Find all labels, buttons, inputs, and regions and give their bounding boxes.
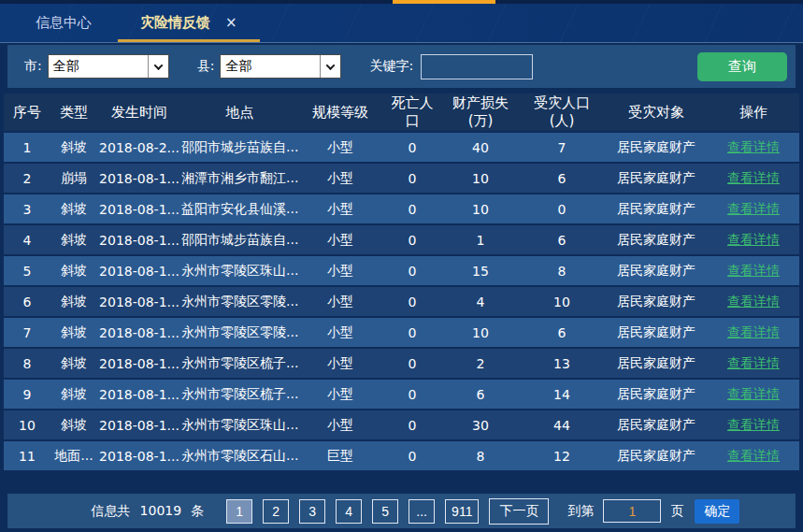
view-detail-link[interactable]: 查看详情	[727, 324, 780, 339]
cell-action: 查看详情	[708, 201, 799, 218]
page-number-button[interactable]: 3	[299, 499, 325, 524]
city-label: 市:	[24, 58, 42, 75]
cell-loss: 1	[442, 233, 519, 248]
cell-time: 2018-08-1...	[97, 233, 181, 248]
cell-time: 2018-08-1...	[97, 264, 181, 279]
cell-loss: 10	[442, 171, 519, 186]
cell-object: 居民家庭财产	[605, 263, 708, 280]
page-number-button[interactable]: 4	[336, 499, 362, 524]
table-row[interactable]: 8 斜坡 2018-08-1... 永州市零陵区梳子... 小型 0 2 13 …	[4, 349, 799, 378]
cell-seq: 9	[4, 387, 50, 402]
header-time: 发生时间	[97, 104, 181, 122]
table-row[interactable]: 7 斜坡 2018-08-1... 永州市零陵区零陵... 小型 0 10 6 …	[4, 318, 799, 347]
cell-seq: 6	[4, 295, 50, 309]
cell-affected: 7	[519, 140, 605, 155]
cell-time: 2018-08-1...	[97, 356, 181, 371]
page-buttons: 1 2 3 4 5 ... 911	[226, 499, 479, 524]
view-detail-link[interactable]: 查看详情	[727, 170, 780, 185]
header-type: 类型	[50, 104, 97, 122]
table-row[interactable]: 11 地面... 2018-08-1... 永州市零陵区石山... 巨型 0 8…	[4, 441, 799, 470]
tab-disaster-feedback[interactable]: 灾险情反馈 ×	[116, 4, 262, 42]
page-number-button[interactable]: 2	[263, 499, 289, 524]
city-select[interactable]: 全部	[48, 54, 169, 79]
table-row[interactable]: 3 斜坡 2018-08-1... 益阳市安化县仙溪... 小型 0 10 0 …	[4, 194, 799, 223]
cell-object: 居民家庭财产	[605, 294, 708, 310]
cell-type: 斜坡	[50, 232, 97, 249]
header-loss: 财产损失(万)	[442, 94, 519, 130]
cell-loss: 6	[442, 387, 519, 402]
cell-place: 永州市零陵区珠山...	[181, 417, 298, 434]
cell-object: 居民家庭财产	[605, 232, 708, 249]
cell-action: 查看详情	[708, 139, 799, 156]
tab-info-center[interactable]: 信息中心	[11, 4, 116, 42]
confirm-button[interactable]: 确定	[695, 499, 739, 524]
goto-page-input[interactable]	[603, 499, 661, 523]
cell-type: 斜坡	[50, 201, 97, 218]
cell-object: 居民家庭财产	[605, 355, 708, 372]
cell-loss: 2	[442, 356, 519, 371]
cell-seq: 10	[4, 418, 50, 433]
cell-seq: 2	[4, 171, 50, 186]
close-icon[interactable]: ×	[225, 16, 237, 30]
view-detail-link[interactable]: 查看详情	[727, 386, 780, 401]
table-row[interactable]: 2 崩塌 2018-08-1... 湘潭市湘乡市翻江... 小型 0 10 6 …	[4, 164, 799, 193]
page-number-button[interactable]: 1	[226, 499, 252, 524]
record-count: 信息共10019条	[92, 503, 214, 520]
table-row[interactable]: 6 斜坡 2018-08-1... 永州市零陵区零陵... 小型 0 4 10 …	[4, 287, 799, 316]
view-detail-link[interactable]: 查看详情	[727, 139, 780, 154]
cell-type: 斜坡	[50, 324, 97, 341]
active-nav-indicator	[393, 0, 495, 4]
view-detail-link[interactable]: 查看详情	[727, 294, 780, 309]
cell-scale: 小型	[298, 263, 382, 280]
page-number-button[interactable]: 911	[445, 499, 479, 524]
query-button[interactable]: 查询	[697, 52, 787, 81]
cell-action: 查看详情	[708, 294, 799, 310]
pagination-bar: 信息共10019条 1 2 3 4 5 ... 911 下一页 到第 页 确定	[7, 494, 796, 528]
cell-object: 居民家庭财产	[605, 417, 708, 434]
cell-action: 查看详情	[708, 355, 799, 372]
view-detail-link[interactable]: 查看详情	[727, 263, 780, 278]
county-select[interactable]: 全部	[220, 54, 341, 79]
cell-place: 永州市零陵区梳子...	[181, 386, 298, 403]
view-detail-link[interactable]: 查看详情	[727, 232, 780, 247]
cell-place: 益阳市安化县仙溪...	[181, 201, 298, 218]
table-row[interactable]: 9 斜坡 2018-08-1... 永州市零陵区梳子... 小型 0 6 14 …	[4, 380, 799, 409]
page-number-button[interactable]: 5	[372, 499, 398, 524]
view-detail-link[interactable]: 查看详情	[727, 355, 780, 370]
cell-scale: 小型	[298, 170, 382, 187]
keyword-input[interactable]	[421, 54, 533, 79]
cell-scale: 小型	[298, 139, 382, 156]
cell-action: 查看详情	[708, 417, 799, 434]
header-object: 受灾对象	[605, 104, 708, 122]
cell-deaths: 0	[382, 325, 442, 340]
chevron-down-icon	[320, 55, 340, 78]
cell-place: 永州市零陵区梳子...	[181, 355, 298, 372]
city-select-value: 全部	[49, 55, 148, 78]
view-detail-link[interactable]: 查看详情	[727, 201, 780, 216]
cell-time: 2018-08-1...	[97, 325, 181, 340]
tab-bar: 信息中心 灾险情反馈 ×	[0, 4, 803, 43]
cell-affected: 8	[519, 264, 605, 279]
view-detail-link[interactable]: 查看详情	[727, 448, 780, 463]
tab-label: 信息中心	[36, 14, 92, 32]
cell-time: 2018-08-1...	[97, 171, 181, 186]
view-detail-link[interactable]: 查看详情	[727, 417, 780, 432]
disaster-table: 序号 类型 发生时间 地点 规模等级 死亡人口 财产损失(万) 受灾人口(人) …	[4, 93, 799, 470]
cell-object: 居民家庭财产	[605, 170, 708, 187]
next-page-button[interactable]: 下一页	[489, 498, 549, 525]
cell-affected: 12	[519, 449, 605, 464]
table-row[interactable]: 10 斜坡 2018-08-1... 永州市零陵区珠山... 小型 0 30 4…	[4, 410, 799, 439]
table-row[interactable]: 4 斜坡 2018-08-1... 邵阳市城步苗族自... 小型 0 1 6 居…	[4, 225, 799, 254]
cell-place: 邵阳市城步苗族自...	[181, 232, 298, 249]
cell-action: 查看详情	[708, 170, 799, 187]
page-number-button[interactable]: ...	[409, 499, 435, 524]
goto-prefix: 到第	[567, 503, 594, 520]
cell-affected: 0	[519, 202, 605, 217]
keyword-label: 关键字:	[369, 58, 413, 75]
cell-seq: 11	[4, 449, 50, 464]
table-row[interactable]: 1 斜坡 2018-08-2... 邵阳市城步苗族自... 小型 0 40 7 …	[4, 133, 799, 162]
cell-action: 查看详情	[708, 386, 799, 403]
table-row[interactable]: 5 斜坡 2018-08-1... 永州市零陵区珠山... 小型 0 15 8 …	[4, 256, 799, 285]
cell-deaths: 0	[382, 449, 442, 464]
cell-affected: 13	[519, 356, 605, 371]
